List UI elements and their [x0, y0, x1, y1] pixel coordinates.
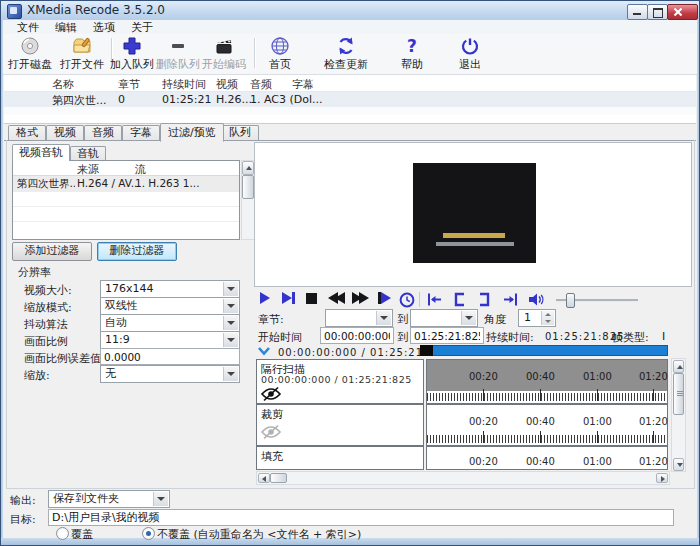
- aspect-error-input[interactable]: [100, 348, 240, 365]
- chapter-to-select[interactable]: [410, 309, 478, 327]
- subtab-audio-track[interactable]: 音轨: [70, 146, 106, 161]
- file-list[interactable]: 名称 章节 持续时间 视频 音频 字幕 第四次世... 0 01:25:21 H…: [4, 74, 696, 124]
- scroll-down-button[interactable]: [673, 458, 684, 471]
- chevron-down-icon[interactable]: [376, 311, 391, 325]
- output-mode-select[interactable]: 保存到文件夹: [48, 490, 170, 508]
- track-interlace-labelcell[interactable]: 隔行扫描 00:00:00:000 / 01:25:21:825: [256, 359, 424, 404]
- ruler-label: 01:20: [639, 416, 668, 427]
- timeline-vscrollbar[interactable]: [671, 358, 686, 472]
- filter-source-list[interactable]: 来源 流 第四次世界... H.264 / AV... 1. H.263 1..…: [12, 160, 240, 240]
- output-mode-value: 保存到文件夹: [53, 492, 119, 506]
- arrow-up-icon: [246, 166, 252, 170]
- homepage-button[interactable]: 首页: [252, 36, 308, 72]
- open-file-button[interactable]: 打开文件: [54, 36, 110, 72]
- angle-spinner[interactable]: 1: [518, 309, 556, 327]
- question-mark-icon: ?: [402, 36, 422, 56]
- menu-options[interactable]: 选项: [85, 20, 123, 35]
- track-pad-ruler[interactable]: 00:20 00:40 01:00 01:20: [426, 446, 668, 470]
- add-filter-button[interactable]: 添加过滤器: [12, 242, 92, 261]
- chapter-from-select[interactable]: [325, 309, 393, 327]
- seek-to-end-button[interactable]: [502, 292, 520, 307]
- start-time-input[interactable]: [320, 327, 394, 344]
- exit-button[interactable]: 退出: [442, 36, 498, 72]
- ruler-label: 00:40: [526, 371, 555, 382]
- chevron-down-icon[interactable]: [223, 333, 238, 347]
- aspect-ratio-select[interactable]: 11:9: [100, 331, 240, 349]
- chevron-down-toggle[interactable]: [257, 346, 271, 359]
- vscroll-thumb[interactable]: [673, 373, 684, 415]
- check-update-button[interactable]: 检查更新: [318, 36, 374, 72]
- hscroll-thumb[interactable]: [270, 473, 287, 483]
- tab-queue[interactable]: 队列: [221, 125, 259, 140]
- scroll-up-button[interactable]: [673, 360, 684, 373]
- filter-list-scrollbar[interactable]: [241, 160, 255, 240]
- fast-forward-button[interactable]: [352, 292, 370, 307]
- tab-video[interactable]: 视频: [46, 125, 84, 140]
- help-button[interactable]: ? 帮助: [384, 36, 440, 72]
- zoom-select[interactable]: 无: [100, 365, 240, 383]
- next-frame-button[interactable]: [282, 292, 300, 307]
- minimize-button[interactable]: [627, 4, 648, 20]
- chevron-down-icon[interactable]: [223, 367, 238, 381]
- table-row[interactable]: [4, 92, 696, 107]
- track-interlace-ruler[interactable]: 00:20 00:40 01:00 01:20: [426, 359, 668, 404]
- titlebar[interactable]: XMedia Recode 3.5.2.0: [0, 0, 700, 21]
- menu-edit[interactable]: 编辑: [47, 20, 85, 35]
- col-video[interactable]: 视频: [216, 77, 238, 92]
- seek-bar[interactable]: [420, 345, 668, 356]
- tab-filter-preview[interactable]: 过滤/预览: [160, 123, 224, 142]
- close-button[interactable]: [667, 4, 698, 20]
- scroll-thumb[interactable]: [242, 175, 254, 199]
- chevron-down-icon[interactable]: [223, 316, 238, 330]
- eye-off-icon-gray[interactable]: [260, 424, 282, 443]
- open-disc-button[interactable]: 打开磁盘: [2, 36, 58, 72]
- no-overwrite-radio[interactable]: [142, 527, 155, 540]
- tab-subtitle[interactable]: 字幕: [122, 125, 160, 140]
- major-tick: [653, 389, 654, 401]
- subtab-video-track[interactable]: 视频音轨: [12, 144, 70, 161]
- chevron-down-icon[interactable]: [461, 311, 476, 325]
- col-name[interactable]: 名称: [52, 77, 74, 92]
- maximize-button[interactable]: [647, 4, 668, 20]
- scale-mode-select[interactable]: 双线性: [100, 297, 240, 315]
- step-forward-button[interactable]: [378, 292, 396, 307]
- target-path-input[interactable]: [48, 509, 674, 526]
- chevron-down-icon[interactable]: [223, 282, 238, 296]
- minus-icon: [168, 36, 188, 56]
- col-subtitle[interactable]: 字幕: [292, 77, 314, 92]
- seek-bar-cursor[interactable]: [420, 345, 433, 356]
- power-icon: [460, 36, 480, 56]
- timeline-hscrollbar[interactable]: [256, 471, 670, 485]
- scroll-left-button[interactable]: [258, 473, 270, 483]
- menu-file[interactable]: 文件: [9, 20, 47, 35]
- col-duration[interactable]: 持续时间: [162, 77, 206, 92]
- chevron-down-icon[interactable]: [153, 492, 168, 506]
- tab-audio[interactable]: 音频: [84, 125, 122, 140]
- overwrite-radio[interactable]: [56, 527, 69, 540]
- remove-filter-button[interactable]: 删除过滤器: [97, 242, 177, 261]
- volume-slider-thumb[interactable]: [566, 293, 575, 308]
- chevron-down-icon[interactable]: [223, 299, 238, 313]
- col-chapter[interactable]: 章节: [118, 77, 140, 92]
- end-time-input[interactable]: [410, 327, 484, 344]
- rewind-button[interactable]: [328, 292, 346, 307]
- col-audio[interactable]: 音频: [250, 77, 272, 92]
- clock-icon[interactable]: [399, 292, 417, 307]
- play-button[interactable]: [260, 292, 278, 307]
- tab-format[interactable]: 格式: [8, 125, 46, 140]
- track-crop-labelcell[interactable]: 裁剪: [256, 404, 424, 446]
- video-size-select[interactable]: 176x144: [100, 280, 240, 298]
- mark-end-button[interactable]: [478, 292, 496, 307]
- menu-about[interactable]: 关于: [123, 20, 161, 35]
- scroll-right-button[interactable]: [656, 473, 668, 483]
- speaker-icon[interactable]: [528, 292, 546, 307]
- track-pad-labelcell[interactable]: 填充: [256, 446, 424, 470]
- seek-to-start-button[interactable]: [426, 292, 444, 307]
- eye-off-icon[interactable]: [260, 386, 282, 405]
- track-crop-ruler[interactable]: 00:20 00:40 01:00 01:20: [426, 404, 668, 446]
- spinner-arrows-icon[interactable]: [541, 311, 554, 325]
- stop-button[interactable]: [306, 292, 324, 307]
- mark-start-button[interactable]: [452, 292, 470, 307]
- dither-select[interactable]: 自动: [100, 314, 240, 332]
- scroll-up-button[interactable]: [242, 161, 254, 175]
